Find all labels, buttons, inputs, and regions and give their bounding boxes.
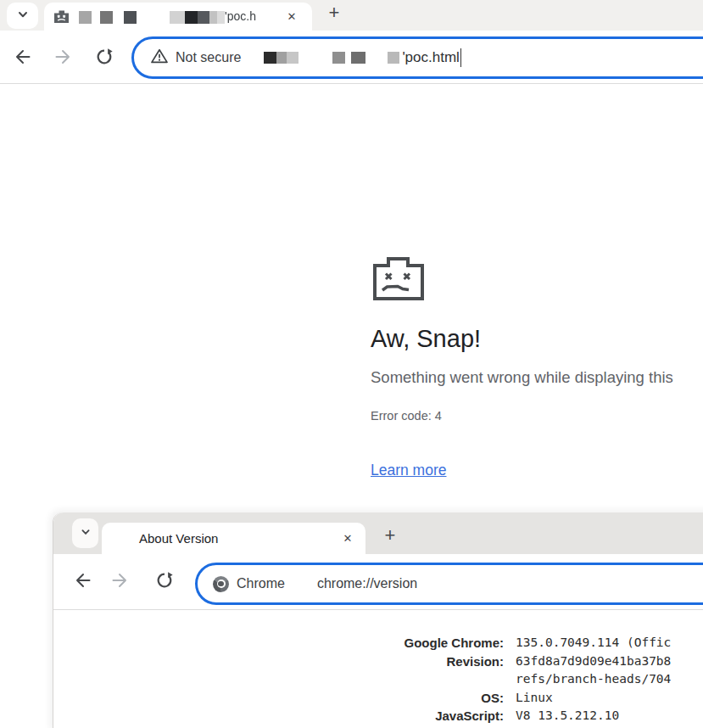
new-tab-button[interactable]: + — [323, 2, 345, 24]
redacted-pixelated-block — [170, 11, 225, 24]
text-caret — [460, 48, 462, 67]
forward-arrow-icon — [53, 47, 74, 70]
redacted-text-block — [79, 11, 92, 24]
error-page-title: Aw, Snap! — [371, 325, 481, 353]
tab-title: About Version — [139, 531, 218, 546]
chevron-down-icon — [14, 6, 31, 26]
sad-folder-crash-icon — [371, 251, 427, 305]
browser-toolbar: Chrome chrome://version — [53, 554, 703, 610]
url-text: 'poc.html — [402, 49, 460, 66]
redacted-text-block — [100, 11, 113, 24]
version-row-value: V8 13.5.212.10 — [516, 707, 619, 725]
new-tab-button[interactable]: + — [379, 524, 401, 546]
chrome-scheme-icon — [213, 576, 229, 592]
table-row: JavaScript: V8 13.5.212.10 — [53, 707, 703, 725]
reload-icon — [154, 570, 175, 594]
tab-strip: 'poc.h ✕ + — [0, 0, 703, 31]
back-arrow-icon — [12, 47, 32, 70]
tab-close-button[interactable]: ✕ — [283, 8, 300, 25]
back-arrow-icon — [72, 570, 92, 594]
table-row: refs/branch-heads/704 — [53, 670, 703, 689]
learn-more-link[interactable]: Learn more — [371, 462, 447, 479]
version-row-value: 63fd8a7d9d09e41ba37b8 — [516, 652, 671, 671]
tab-poc[interactable]: 'poc.h ✕ — [44, 3, 312, 31]
version-row-value: Linux — [516, 689, 553, 708]
security-status-label: Not secure — [176, 50, 241, 65]
version-row-label: Revision: — [53, 652, 504, 671]
address-bar[interactable]: Chrome chrome://version — [195, 563, 703, 605]
back-button[interactable] — [12, 48, 32, 69]
reload-icon — [94, 47, 114, 70]
site-chip-label: Chrome — [237, 576, 285, 591]
redacted-text-block — [124, 11, 137, 24]
tab-search-button[interactable] — [72, 518, 98, 548]
reload-button[interactable] — [94, 48, 114, 69]
version-row-label: OS: — [53, 689, 504, 708]
crashed-page-favicon-icon — [53, 8, 70, 24]
redacted-url-block — [332, 52, 365, 64]
table-row: Revision: 63fd8a7d9d09e41ba37b8 — [53, 652, 703, 671]
reload-button[interactable] — [154, 572, 175, 592]
forward-arrow-icon — [110, 570, 131, 594]
not-secure-warning-icon — [151, 48, 168, 67]
browser-toolbar: Not secure 'poc.html — [0, 31, 703, 84]
screen: 'poc.h ✕ + — [0, 0, 703, 728]
back-button[interactable] — [72, 572, 92, 592]
table-row: OS: Linux — [53, 689, 703, 708]
error-code-label: Error code: 4 — [371, 409, 442, 423]
tab-about-version[interactable]: About Version ✕ — [102, 523, 365, 554]
version-row-label: Google Chrome: — [53, 634, 504, 652]
forward-button[interactable] — [110, 572, 131, 592]
version-row-value: refs/branch-heads/704 — [516, 670, 671, 689]
url-text: chrome://version — [317, 576, 417, 591]
redacted-url-block — [388, 52, 399, 64]
version-info-table: Google Chrome: 135.0.7049.114 (Offic Rev… — [53, 610, 703, 725]
tab-strip: About Version ✕ + — [53, 512, 703, 554]
tab-search-button[interactable] — [7, 3, 38, 29]
version-row-value: 135.0.7049.114 (Offic — [516, 634, 671, 652]
error-page-message: Something went wrong while displaying th… — [371, 368, 673, 387]
browser-window-bottom: About Version ✕ + — [53, 512, 703, 728]
chevron-down-icon — [78, 524, 93, 543]
version-row-label — [53, 670, 504, 689]
tab-title: 'poc.h — [225, 9, 279, 23]
tab-close-button[interactable]: ✕ — [339, 529, 356, 546]
table-row: Google Chrome: 135.0.7049.114 (Offic — [53, 634, 703, 652]
address-bar[interactable]: Not secure 'poc.html — [131, 36, 703, 79]
redacted-url-block — [264, 52, 298, 64]
forward-button[interactable] — [53, 48, 74, 69]
version-row-label: JavaScript: — [53, 707, 504, 725]
